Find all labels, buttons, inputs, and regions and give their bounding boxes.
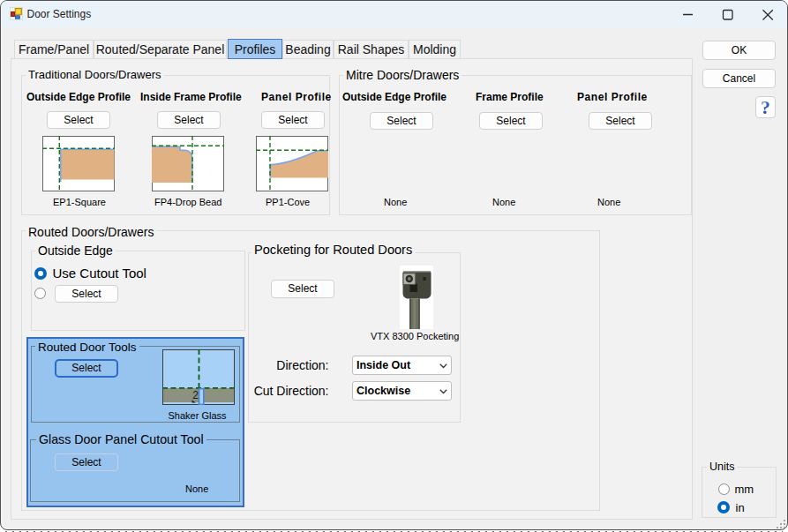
svg-text:2: 2 xyxy=(192,389,199,401)
